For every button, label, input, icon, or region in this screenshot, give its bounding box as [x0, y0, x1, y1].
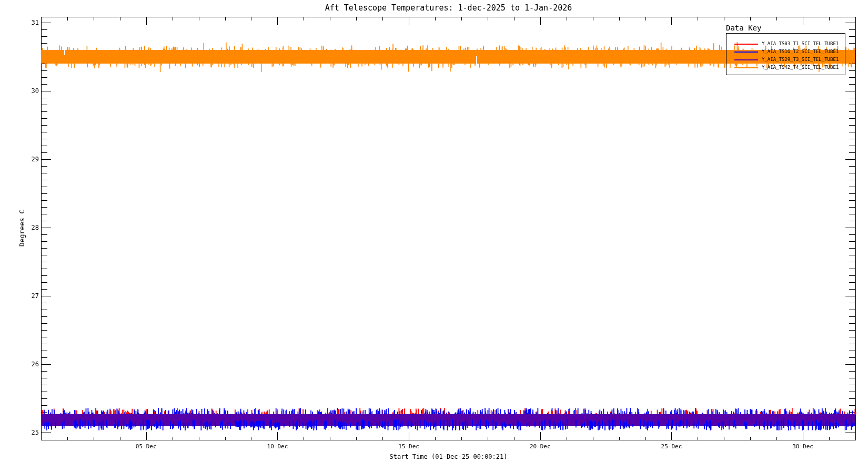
y-tick-label: 30: [0, 87, 39, 95]
legend-entry: Y_AIA_TS16_T2_SCI_TEL_TUBE1: [726, 49, 846, 55]
legend-entry-label: Y_AIA_TS03_T1_SCI_TEL_TUBE1: [762, 41, 839, 47]
y-tick-label: 28: [0, 223, 39, 232]
legend-title: Data Key: [726, 24, 761, 32]
y-tick-label: 26: [0, 360, 39, 368]
legend-entry: Y_AIA_TS03_T1_SCI_TEL_TUBE1: [726, 41, 846, 47]
x-tick-label: 20-Dec: [517, 443, 564, 450]
telescope-temperature-plot: Aft Telescope Temperatures: 1-dec-2025 t…: [0, 0, 868, 473]
legend: Data Key Y_AIA_TS03_T1_SCI_TEL_TUBE1Y_AI…: [726, 24, 761, 32]
y-tick-label: 27: [0, 292, 39, 300]
legend-line-swatch: [734, 52, 758, 53]
x-axis-title: Start Time (01-Dec-25 00:00:21): [41, 453, 856, 460]
legend-entry-label: Y_AIA_TS42_T4_SCI_TEL_TUBE1: [762, 65, 839, 70]
y-tick-label: 31: [0, 18, 39, 27]
legend-line-swatch: [734, 67, 758, 68]
legend-line-swatch: [734, 44, 758, 45]
x-tick-label: 10-Dec: [254, 443, 301, 450]
legend-line-swatch: [734, 59, 758, 60]
y-tick-label: 29: [0, 155, 39, 163]
legend-entry-label: Y_AIA_TS29_T3_SCI_TEL_TUBE1: [762, 57, 839, 63]
x-tick-label: 15-Dec: [385, 443, 432, 450]
legend-entry-label: Y_AIA_TS16_T2_SCI_TEL_TUBE1: [762, 49, 839, 55]
legend-box: Y_AIA_TS03_T1_SCI_TEL_TUBE1Y_AIA_TS16_T2…: [726, 33, 845, 75]
legend-entry: Y_AIA_TS29_T3_SCI_TEL_TUBE1: [726, 57, 846, 63]
chart-title: Aft Telescope Temperatures: 1-dec-2025 t…: [41, 3, 856, 13]
y-tick-label: 25: [0, 428, 39, 437]
x-tick-label: 05-Dec: [123, 443, 170, 450]
x-tick-label: 30-Dec: [779, 443, 826, 450]
legend-entry: Y_AIA_TS42_T4_SCI_TEL_TUBE1: [726, 65, 846, 70]
x-tick-label: 25-Dec: [648, 443, 695, 450]
